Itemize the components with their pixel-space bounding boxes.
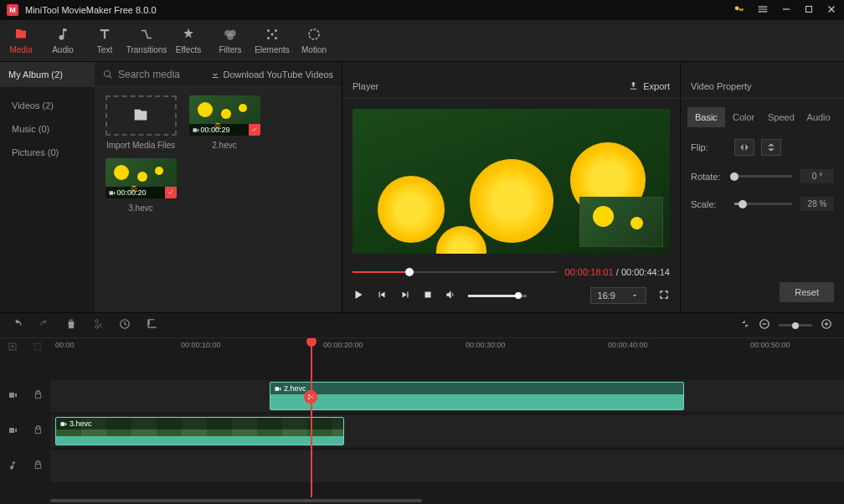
timeline: 00:00 00:00:10:00 00:00:20:00 00:00:30:0… [0,312,844,504]
scale-slider[interactable] [734,203,792,205]
aspect-ratio-select[interactable]: 16:9 [590,287,646,304]
video-track-icon [8,390,18,403]
sidebar-item-pictures[interactable]: Pictures (0) [0,141,95,164]
add-track-button[interactable] [8,342,18,354]
track-row[interactable]: 3.hevc [50,415,844,447]
tab-speed[interactable]: Speed [763,107,800,127]
menu-icon[interactable] [757,3,769,18]
flip-vertical-button[interactable] [761,139,781,156]
lock-button[interactable] [33,390,43,402]
lock-button[interactable] [33,425,43,437]
volume-button[interactable] [445,289,456,303]
tool-media[interactable]: Media [0,20,42,61]
lock-button[interactable] [33,460,43,472]
redo-button[interactable] [39,318,50,332]
tool-text[interactable]: Text [84,20,126,61]
undo-button[interactable] [12,318,23,332]
tab-basic[interactable]: Basic [687,107,725,127]
svg-point-8 [309,29,319,39]
tab-audio[interactable]: Audio [800,107,837,127]
fullscreen-button[interactable] [658,289,670,303]
volume-slider[interactable] [468,295,527,297]
check-icon [249,124,260,136]
playhead[interactable] [311,338,312,497]
sidebar-item-music[interactable]: Music (0) [0,117,95,141]
properties-panel: Video Property Basic Color Speed Audio F… [681,62,844,312]
player-panel: Player Export 00:00:18:01 / 00:00:44:14 [342,62,681,312]
tool-effects[interactable]: Effects [167,20,209,61]
check-icon [165,187,177,198]
flip-label: Flip: [691,142,726,152]
split-button[interactable] [92,318,104,332]
sidebar-item-videos[interactable]: Videos (2) [0,94,95,117]
tool-filters[interactable]: Filters [209,20,251,61]
zoom-slider[interactable] [779,324,812,327]
player-preview[interactable] [353,109,670,254]
audio-track-icon [8,460,18,473]
import-media-card[interactable]: Import Media Files [103,95,178,150]
reset-button[interactable]: Reset [780,282,834,302]
minimize-icon[interactable] [780,3,792,18]
export-icon [628,80,639,91]
delete-button[interactable] [65,318,77,332]
chevron-down-icon [630,291,639,300]
main-toolbar: Media Audio Text Transitions Effects Fil… [0,20,844,62]
video-track-icon [8,425,18,438]
scale-label: Scale: [691,199,726,209]
album-tab[interactable]: My Album (2) [0,62,95,86]
svg-point-3 [267,29,270,32]
seek-bar[interactable]: 00:00:18:01 / 00:00:44:14 [353,264,670,280]
timeline-ruler[interactable]: 00:00 00:00:10:00 00:00:20:00 00:00:30:0… [50,338,844,357]
zoom-in-button[interactable] [821,318,832,332]
play-button[interactable] [353,289,364,303]
track-row[interactable]: 2.hevc [50,380,844,412]
media-thumbnails: Import Media Files 00:00:29 2.hevc 00:00… [95,87,342,312]
stop-button[interactable] [423,290,433,302]
scale-value[interactable]: 28 % [800,197,834,211]
svg-rect-9 [425,291,431,297]
svg-point-5 [267,37,270,39]
rotate-slider[interactable] [734,175,792,177]
video-icon [192,126,199,134]
timeline-tracks[interactable]: 00:00 00:00:10:00 00:00:20:00 00:00:30:0… [50,338,844,497]
tool-audio[interactable]: Audio [42,20,84,61]
media-sidebar: Videos (2) Music (0) Pictures (0) [0,87,95,312]
split-marker-icon[interactable] [304,390,317,404]
timeline-clip[interactable]: 3.hevc [55,417,344,445]
media-clip[interactable]: 00:00:20 3.hevc [103,158,178,213]
export-button[interactable]: Export [628,80,670,91]
svg-rect-14 [34,343,41,350]
tool-motion[interactable]: Motion [293,20,335,61]
media-panel: My Album (2) Search media Download YouTu… [0,62,342,312]
tool-transitions[interactable]: Transitions [126,20,167,61]
crop-button[interactable] [146,318,157,332]
tab-color[interactable]: Color [725,107,763,127]
license-key-icon[interactable] [733,3,745,18]
prev-frame-button[interactable] [376,289,388,303]
media-clip[interactable]: 00:00:29 2.hevc [187,95,262,150]
props-title: Video Property [691,81,752,91]
rotate-value[interactable]: 0 ° [800,169,834,183]
video-icon [108,189,116,197]
svg-point-7 [271,33,274,36]
tool-elements[interactable]: Elements [251,20,293,61]
download-youtube-link[interactable]: Download YouTube Videos [202,69,342,80]
search-input[interactable]: Search media [95,69,202,80]
picture-in-picture [579,197,663,247]
close-icon[interactable] [826,3,837,18]
flip-horizontal-button[interactable] [734,139,754,156]
svg-point-4 [275,29,277,32]
collapse-button[interactable] [33,342,43,354]
track-row[interactable] [50,450,844,482]
timeline-clip[interactable]: 2.hevc [270,382,684,410]
app-logo: M [7,4,18,16]
timeline-scrollbar[interactable] [0,497,844,504]
speed-button[interactable] [119,318,131,332]
next-frame-button[interactable] [399,289,411,303]
fit-to-screen-icon[interactable] [740,319,750,332]
search-icon [103,69,113,80]
download-icon [210,69,220,80]
maximize-icon[interactable] [804,4,814,17]
svg-point-6 [275,37,277,39]
zoom-out-button[interactable] [759,318,770,332]
